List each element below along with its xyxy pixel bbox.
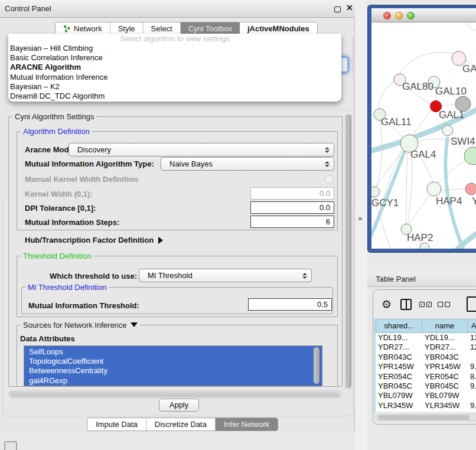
hub-definition-label: Hub/Transcription Factor Definition	[25, 236, 154, 244]
zoom-traffic-light-icon[interactable]	[407, 12, 415, 19]
settings-horizontal-scrollbar[interactable]	[8, 390, 343, 398]
table-row[interactable]: YBR043CYBR043C	[376, 353, 476, 362]
mi-type-select[interactable]: Naive Bayes	[161, 157, 334, 171]
attribute-item[interactable]: BetweennessCentrality	[29, 366, 322, 376]
menu-item-mutual-information[interactable]: Mutual Information Inference	[8, 73, 341, 82]
divider-grip-icon[interactable]	[358, 217, 362, 220]
tab-jactivemnodules-label: jActiveMNodules	[247, 24, 309, 33]
close-icon[interactable]: ✕	[346, 3, 353, 12]
mi-type-value: Naive Bayes	[161, 159, 321, 168]
minimized-panel-icon[interactable]	[4, 441, 17, 450]
node-label: GAL80	[402, 81, 433, 92]
show-columns-icon[interactable]	[400, 299, 412, 310]
dpi-tolerance-label: DPI Tolerance [0,1]:	[25, 204, 96, 213]
scrollbar-thumb[interactable]	[10, 392, 340, 397]
panel-divider	[355, 0, 367, 450]
table-row[interactable]: YPR145WYPR145W9.	[376, 362, 476, 371]
table-row[interactable]: YBL079WYBL079W	[376, 391, 476, 400]
aracne-mode-value: Discovery	[69, 145, 321, 154]
algorithm-definition-title: Algorithm Definition	[21, 127, 92, 136]
apply-button[interactable]: Apply	[159, 399, 199, 412]
menu-item-bayesian-hill-climbing[interactable]: Bayesian – Hill Climbing	[8, 44, 341, 53]
spinner-arrows-icon	[321, 144, 334, 156]
table-row[interactable]: YBR045CYBR045C9.	[376, 381, 476, 391]
mi-steps-field[interactable]: 6	[250, 216, 334, 228]
scrollbar-thumb[interactable]	[378, 415, 470, 420]
scrollbar-thumb[interactable]	[346, 115, 351, 388]
manual-kernel-label: Manual Kernel Width Definition	[25, 175, 138, 184]
menu-item-dream8[interactable]: Dream8 DC_TDC Algorithm	[8, 92, 341, 101]
network-node-labels: GAL GAL80 GAL10 GAL1 GAL11 SWI4 GAL4 GCY…	[371, 63, 476, 243]
table-row[interactable]: YDR27...YDR27...12	[376, 343, 476, 352]
tab-select[interactable]: Select	[144, 22, 181, 34]
menu-item-basic-correlation[interactable]: Basic Correlation Inference	[8, 53, 341, 63]
table-body[interactable]: YDL19...YDL19...13 YDR27...YDR27...12 YB…	[376, 333, 476, 412]
node-label: HAP2	[407, 232, 433, 243]
deselect-all-checkboxes-icon[interactable]	[438, 302, 450, 307]
minimize-traffic-light-icon[interactable]	[395, 12, 403, 19]
algorithm-dropdown-menu: Select algorithm to view settings Bayesi…	[8, 34, 341, 102]
sources-title-text: Sources for Network Inference	[23, 321, 127, 330]
menu-item-aracne[interactable]: ARACNE Algorithm	[8, 63, 341, 72]
control-panel: Control Panel ✕ Network Style Select Cyn…	[0, 0, 355, 431]
settings-vertical-scrollbar[interactable]	[345, 114, 352, 389]
tab-infer-network[interactable]: Infer Network	[216, 418, 278, 431]
tab-cyni-toolbox[interactable]: Cyni Toolbox	[181, 22, 240, 34]
tab-network-label: Network	[74, 24, 102, 33]
which-threshold-label: Which threshold to use:	[50, 272, 137, 281]
close-traffic-light-icon[interactable]	[383, 12, 391, 19]
table-horizontal-scrollbar[interactable]	[375, 414, 476, 421]
cyni-settings-group-title: Cyni Algorithm Settings	[12, 112, 96, 121]
data-attributes-list[interactable]: SelfLoops TopologicalCoefficient Between…	[24, 345, 322, 386]
node-label: SWI4	[451, 136, 475, 147]
hub-definition-expander[interactable]: Hub/Transcription Factor Definition	[25, 236, 163, 244]
sources-group-title[interactable]: Sources for Network Inference	[21, 321, 140, 330]
mi-threshold-field[interactable]: 0.5	[248, 298, 332, 311]
spinner-arrows-icon	[321, 158, 334, 170]
mi-steps-label: Mutual Information Steps:	[25, 218, 119, 227]
network-canvas[interactable]: GAL GAL80 GAL10 GAL1 GAL11 SWI4 GAL4 GCY…	[371, 22, 476, 249]
column-header-clipped[interactable]: A	[468, 319, 476, 333]
column-header-shared-name[interactable]: shared...	[376, 319, 422, 333]
tab-style[interactable]: Style	[110, 22, 144, 34]
table-row[interactable]: YIL052CYIL052C9	[376, 410, 476, 412]
mi-type-label: Mutual Information Algorithm Type:	[25, 159, 154, 168]
export-table-icon[interactable]	[467, 296, 476, 312]
kernel-width-label: Kernel Width (0,1):	[25, 190, 93, 198]
table-row[interactable]: YLR345WYLR345W9.	[376, 401, 476, 410]
column-header-name[interactable]: name	[422, 319, 468, 333]
attribute-item[interactable]: SelfLoops	[29, 347, 322, 357]
attribute-item[interactable]: gal4RGexp	[29, 376, 322, 386]
attribute-list-scrollbar[interactable]	[314, 347, 319, 384]
mi-threshold-group-title: MI Threshold Definition	[25, 283, 109, 292]
tab-jactivemnodules[interactable]: jActiveMNodules	[240, 22, 317, 34]
gear-icon[interactable]: ⚙	[382, 299, 392, 311]
control-panel-tabbar: Network Style Select Cyni Toolbox jActiv…	[55, 22, 318, 35]
float-window-icon[interactable]	[334, 6, 341, 12]
which-threshold-select[interactable]: MI Threshold	[139, 269, 312, 282]
select-all-checkboxes-icon[interactable]: ✓✓	[419, 302, 432, 307]
table-row[interactable]: YDL19...YDL19...13	[376, 333, 476, 343]
node-gcy1	[371, 187, 380, 197]
node-label: GAL	[462, 63, 476, 74]
control-panel-title: Control Panel	[5, 4, 51, 13]
kernel-width-field[interactable]: 0.0	[250, 187, 334, 200]
network-window-titlebar[interactable]	[371, 8, 476, 22]
mi-threshold-label: Mutual Information Threshold:	[28, 301, 139, 310]
manual-kernel-checkbox[interactable]	[325, 175, 333, 183]
aracne-mode-select[interactable]: Discovery	[69, 143, 334, 156]
node-salmon	[465, 183, 476, 195]
node-label: GAL4	[410, 149, 436, 160]
tab-impute-data[interactable]: Impute Data	[87, 418, 146, 431]
collapse-down-icon	[131, 322, 138, 327]
cyni-bottom-tabbar: Impute Data Discretize Data Infer Networ…	[87, 418, 278, 431]
tab-discretize-data[interactable]: Discretize Data	[146, 418, 216, 431]
menu-item-bayesian-k2[interactable]: Bayesian – K2	[8, 82, 341, 92]
tab-network[interactable]: Network	[56, 22, 110, 34]
table-row[interactable]: YER054CYER054C8.	[376, 372, 476, 381]
control-panel-titlebar: Control Panel ✕	[0, 0, 355, 18]
attribute-item[interactable]: TopologicalCoefficient	[29, 357, 322, 366]
node-label: GCY1	[371, 197, 399, 208]
dpi-tolerance-field[interactable]: 0.0	[250, 201, 334, 214]
data-attributes-label: Data Attributes	[20, 334, 75, 343]
